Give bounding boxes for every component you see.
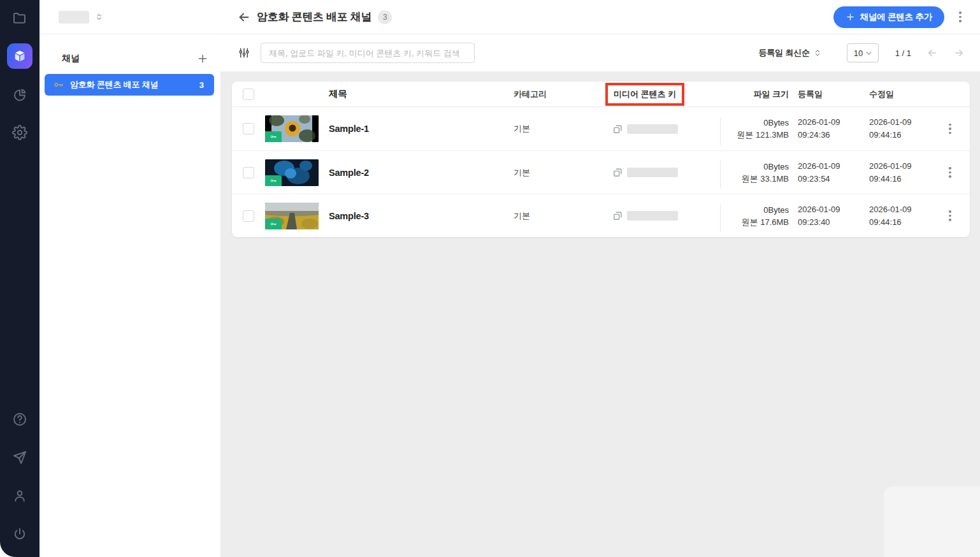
back-arrow-icon[interactable] [237,10,251,24]
channel-name: 암호화 콘텐츠 배포 채널 [70,79,199,90]
add-channel-button[interactable] [196,52,209,65]
content-area: 제목 카테고리 미디어 콘텐츠 키 파일 크기 등록일 수정일 [220,71,980,557]
power-icon[interactable] [11,525,29,543]
modified-date: 2026-01-09 [869,116,932,129]
row-modified-at: 2026-01-09 09:44:16 [860,116,932,141]
send-icon[interactable] [11,449,29,467]
row-created-at: 2026-01-09 09:23:54 [789,160,860,185]
media-key-redacted [627,211,678,221]
row-checkbox[interactable] [243,167,254,178]
file-size-original: 원본 121.3MB [721,129,789,141]
modified-date: 2026-01-09 [869,160,932,173]
page-size-select[interactable]: 10 [847,43,879,62]
thumbnail-sample-2 [265,159,319,186]
created-time: 09:23:54 [798,173,860,185]
annotation-highlight-box: 미디어 콘텐츠 키 [605,83,684,106]
search-input[interactable] [261,43,475,63]
workspace-name-skeleton [59,11,89,24]
folder-icon[interactable] [11,9,29,27]
thumbnail-sample-3 [265,203,319,229]
workspace-selector[interactable] [40,0,220,34]
page-size-value: 10 [854,48,863,58]
created-time: 09:24:36 [798,129,860,141]
copy-icon[interactable] [612,167,623,178]
file-size-original: 원본 33.1MB [721,173,789,185]
thumbnail-sample-1 [265,115,319,142]
row-file-size: 0Bytes 원본 121.3MB [721,117,789,141]
header-kebab-menu-icon[interactable] [955,10,966,24]
key-icon [53,79,64,90]
corner-overlay-panel [884,486,980,557]
media-key-redacted [627,124,678,134]
encrypted-key-badge-icon [265,131,282,142]
copy-icon[interactable] [612,210,623,221]
column-header-title: 제목 [329,88,514,100]
row-modified-at: 2026-01-09 09:44:16 [860,160,932,185]
chevron-down-icon [865,49,873,57]
content-count-badge: 3 [378,10,392,24]
prev-page-icon[interactable] [926,47,938,59]
created-date: 2026-01-09 [798,116,860,129]
row-created-at: 2026-01-09 09:23:40 [789,203,860,229]
row-title[interactable]: Sample-2 [329,168,514,178]
row-modified-at: 2026-01-09 09:44:16 [860,203,932,229]
list-toolbar: 등록일 최신순 10 1 / 1 [220,34,980,71]
modified-time: 09:44:16 [869,173,932,185]
row-checkbox[interactable] [243,210,254,222]
table-header-row: 제목 카테고리 미디어 콘텐츠 키 파일 크기 등록일 수정일 [232,82,970,107]
channel-sidebar: 채널 암호화 콘텐츠 배포 채널 3 [40,0,220,557]
media-key-redacted [627,168,678,177]
file-size-total: 0Bytes [721,161,789,173]
row-kebab-menu-icon[interactable] [944,122,956,136]
page-header: 암호화 콘텐츠 배포 채널 3 채널에 콘텐츠 추가 [220,0,980,34]
filter-sliders-icon[interactable] [238,47,250,59]
page-title: 암호화 콘텐츠 배포 채널 [257,10,371,24]
row-created-at: 2026-01-09 09:24:36 [789,116,860,141]
created-date: 2026-01-09 [798,160,860,173]
chevron-updown-icon [95,13,103,21]
gear-icon[interactable] [11,124,29,141]
row-title[interactable]: Sample-1 [329,124,514,134]
user-icon[interactable] [11,487,29,505]
page-indicator: 1 / 1 [895,48,911,58]
encrypted-key-badge-icon [265,219,282,229]
media-app-icon[interactable] [7,43,32,69]
add-content-button[interactable]: 채널에 콘텐츠 추가 [833,6,944,28]
content-table: 제목 카테고리 미디어 콘텐츠 키 파일 크기 등록일 수정일 [232,82,970,237]
column-header-created: 등록일 [789,88,860,101]
encrypted-key-badge-icon [265,175,282,186]
next-page-icon[interactable] [953,47,965,59]
sort-updown-icon [814,48,821,57]
row-file-size: 0Bytes 원본 33.1MB [721,161,789,185]
row-title[interactable]: Sample-3 [329,211,514,221]
table-row[interactable]: Sample-1 기본 0Bytes 원본 121.3MB 2026-01-09 [232,107,970,150]
copy-icon[interactable] [612,124,623,134]
sort-order-button[interactable]: 등록일 최신순 [758,47,821,59]
select-all-checkbox[interactable] [243,89,254,100]
sidebar-section-title: 채널 [62,53,80,64]
help-icon[interactable] [11,410,29,428]
file-size-original: 원본 17.6MB [721,216,789,228]
pie-chart-icon[interactable] [11,86,29,104]
created-time: 09:23:40 [798,216,860,229]
modified-time: 09:44:16 [869,216,932,229]
file-size-total: 0Bytes [721,117,789,129]
table-row[interactable]: Sample-3 기본 0Bytes 원본 17.6MB 2026-01-09 [232,194,970,237]
table-row[interactable]: Sample-2 기본 0Bytes 원본 33.1MB 2026-01-09 [232,150,970,194]
row-category: 기본 [514,210,612,222]
column-header-media-key: 미디어 콘텐츠 키 [614,89,676,99]
row-kebab-menu-icon[interactable] [944,166,956,180]
sidebar-item-encrypted-channel[interactable]: 암호화 콘텐츠 배포 채널 3 [45,74,214,96]
add-content-button-label: 채널에 콘텐츠 추가 [860,11,932,23]
modified-time: 09:44:16 [869,129,932,141]
sort-order-label: 등록일 최신순 [758,47,809,59]
row-category: 기본 [514,123,612,134]
row-kebab-menu-icon[interactable] [944,209,956,223]
main-panel: 암호화 콘텐츠 배포 채널 3 채널에 콘텐츠 추가 등록일 최신순 [220,0,980,557]
created-date: 2026-01-09 [798,203,860,216]
file-size-total: 0Bytes [721,204,789,216]
row-checkbox[interactable] [243,123,254,134]
column-header-category: 카테고리 [514,89,612,100]
row-category: 기본 [514,167,612,178]
column-header-modified: 수정일 [860,88,932,101]
